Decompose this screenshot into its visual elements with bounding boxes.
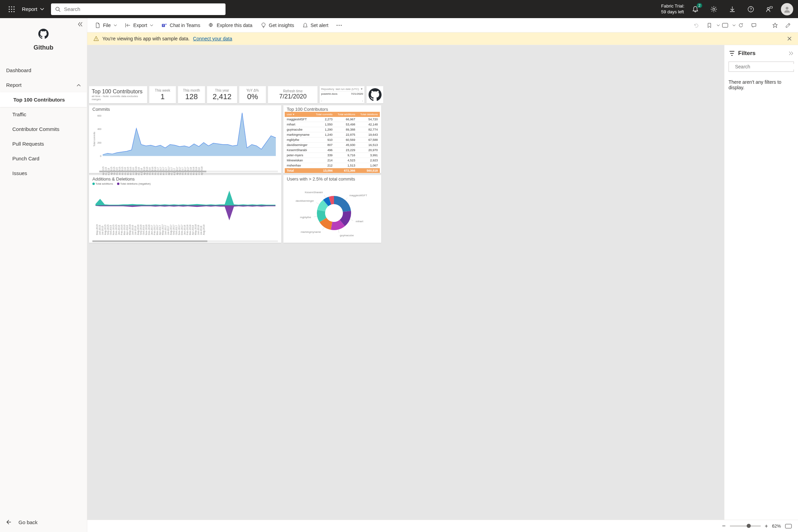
workspace-dropdown[interactable]: Report <box>22 6 44 12</box>
svg-text:maggiesMSFT: maggiesMSFT <box>349 194 367 197</box>
svg-point-23 <box>338 25 339 26</box>
repo-info-card[interactable]: Repositorylast run date (UTC) ▼ powerbi-… <box>320 86 364 103</box>
donut-svg: maggiesMSFTmihartguyinacubemarkingmyname… <box>287 183 379 241</box>
commits-scrollbar[interactable] <box>99 171 206 172</box>
sidebar-item-pull-requests[interactable]: Pull Requests <box>0 136 87 151</box>
banner-close-button[interactable] <box>787 36 792 41</box>
go-back-button[interactable]: Go back <box>0 512 87 532</box>
settings-button[interactable] <box>707 2 721 16</box>
svg-text:davidiseminger: davidiseminger <box>296 199 314 202</box>
trial-status[interactable]: Fabric Trial: 59 days left <box>661 3 684 15</box>
zoom-value: 62% <box>772 523 781 529</box>
view-button[interactable] <box>719 19 731 31</box>
filters-search-input[interactable] <box>735 64 795 69</box>
ad-title: Additions & Deletions <box>92 176 278 182</box>
sidebar-item-contrib-commits[interactable]: Contributor Commits <box>0 122 87 136</box>
zoom-slider[interactable] <box>730 526 761 527</box>
contributors-table[interactable]: Top 100 Contributors user ▾Total commits… <box>283 105 381 173</box>
svg-point-27 <box>96 40 96 40</box>
view-icon <box>722 23 728 28</box>
svg-line-39 <box>350 219 353 221</box>
zoom-in-button[interactable]: + <box>765 523 768 529</box>
report-canvas[interactable]: Top 100 Contributors all time - Note: co… <box>87 45 724 520</box>
svg-line-37 <box>345 198 348 200</box>
connect-data-link[interactable]: Connect your data <box>193 36 232 41</box>
svg-point-22 <box>336 25 337 26</box>
svg-line-43 <box>322 227 324 230</box>
expand-filters-button[interactable] <box>788 51 793 56</box>
chevron-down-icon <box>40 7 44 11</box>
svg-text:KesemSharabi: KesemSharabi <box>305 191 323 194</box>
kpi-this-year[interactable]: This year2,412 <box>207 86 237 103</box>
commits-area-chart: 0200400600Total commits <box>92 112 278 167</box>
svg-line-49 <box>324 195 326 198</box>
more-options-button[interactable] <box>333 19 345 31</box>
export-menu[interactable]: Export <box>122 21 157 30</box>
file-menu[interactable]: File <box>91 21 120 30</box>
undo-button[interactable] <box>691 19 702 31</box>
bell-icon <box>303 23 308 28</box>
comment-button[interactable] <box>748 19 760 31</box>
svg-point-3 <box>9 9 10 10</box>
download-button[interactable] <box>725 2 739 16</box>
svg-point-6 <box>9 11 10 12</box>
additions-deletions-chart[interactable]: Additions & Deletions Total additions To… <box>89 175 281 243</box>
account-avatar[interactable] <box>781 3 793 15</box>
undo-icon <box>694 23 699 28</box>
report-title-card[interactable]: Top 100 Contributors all time - Note: co… <box>89 86 147 103</box>
chevron-double-right-icon <box>788 51 793 56</box>
sidebar-item-punch-card[interactable]: Punch Card <box>0 151 87 166</box>
commits-chart[interactable]: Commits 0200400600Total commits May-2015… <box>89 105 281 173</box>
sidebar-item-traffic[interactable]: Traffic <box>0 107 87 122</box>
kpi-refresh[interactable]: Refresh time7/21/2020 <box>268 86 318 103</box>
filters-search[interactable] <box>729 62 794 72</box>
commits-title: Commits <box>92 107 278 112</box>
svg-marker-34 <box>95 190 275 205</box>
banner-text: You're viewing this app with sample data… <box>102 36 190 41</box>
kpi-this-month[interactable]: This month128 <box>178 86 205 103</box>
app-launcher-button[interactable] <box>5 2 18 16</box>
search-input[interactable] <box>64 6 221 12</box>
fit-page-button[interactable] <box>785 524 792 529</box>
favorite-button[interactable] <box>769 19 781 31</box>
feedback-button[interactable] <box>762 2 776 16</box>
help-icon: ? <box>747 6 754 13</box>
refresh-button[interactable] <box>735 19 747 31</box>
sidebar-item-dashboard[interactable]: Dashboard <box>0 63 87 78</box>
chat-teams-button[interactable]: TChat in Teams <box>158 21 204 30</box>
ad-scrollbar[interactable] <box>92 240 207 242</box>
octocat-icon <box>369 88 382 101</box>
svg-text:mihart: mihart <box>356 220 363 223</box>
table-title: Top 100 Contributors <box>285 107 380 112</box>
export-icon <box>125 23 131 28</box>
svg-point-24 <box>340 25 342 26</box>
zoom-out-button[interactable]: − <box>722 522 726 530</box>
svg-rect-53 <box>785 524 791 528</box>
sidebar-item-report[interactable]: Report <box>0 78 87 92</box>
explore-button[interactable]: Explore this data <box>205 21 256 30</box>
github-logo-card[interactable] <box>366 86 383 103</box>
explore-icon <box>208 23 214 28</box>
svg-text:0: 0 <box>100 155 101 157</box>
notifications-button[interactable]: 2 <box>688 2 702 16</box>
trial-line1: Fabric Trial: <box>661 3 684 9</box>
collapse-sidebar-button[interactable] <box>77 22 83 27</box>
filter-icon <box>729 51 735 56</box>
bookmark-button[interactable] <box>704 19 715 31</box>
command-bar: File Export TChat in Teams Explore this … <box>87 18 798 32</box>
insights-button[interactable]: Get insights <box>257 21 298 30</box>
edit-button[interactable] <box>782 19 794 31</box>
sidebar-item-issues[interactable]: Issues <box>0 166 87 181</box>
kpi-yoy[interactable]: YoY Δ%0% <box>239 86 266 103</box>
sidebar-item-top-100[interactable]: Top 100 Contributors <box>0 92 87 107</box>
more-icon <box>336 25 342 26</box>
alert-button[interactable]: Set alert <box>299 21 332 30</box>
ad-x-axis: May-2015Jun-2015Jul-2015Aug-2015Sep-2015… <box>96 224 278 235</box>
global-search[interactable] <box>51 3 226 15</box>
donut-chart[interactable]: Users with > 2.5% of total commits maggi… <box>283 175 381 243</box>
help-button[interactable]: ? <box>744 2 758 16</box>
svg-point-5 <box>13 9 14 10</box>
status-bar: − + 62% <box>87 520 798 532</box>
kpi-this-week[interactable]: This week1 <box>149 86 176 103</box>
app-name: Github <box>0 44 87 51</box>
